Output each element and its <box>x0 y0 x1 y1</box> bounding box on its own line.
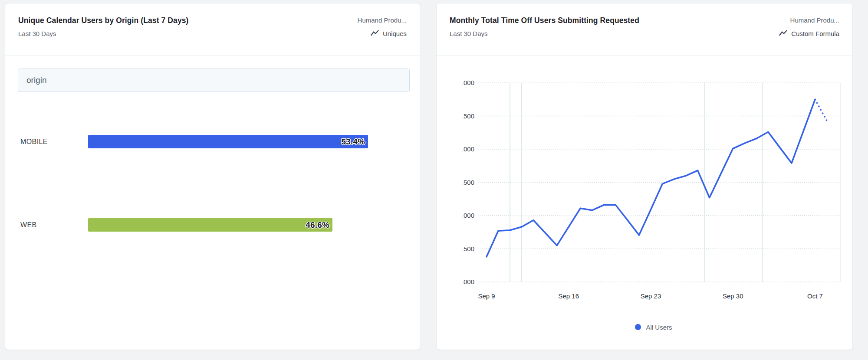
card-title[interactable]: Monthly Total Time Off Users Submitting … <box>450 15 639 26</box>
x-axis-tick-label: Sep 23 <box>641 292 661 300</box>
bar-value-label: 53.4% <box>341 137 368 147</box>
x-axis-tick-label: Sep 30 <box>723 292 743 300</box>
line-chart-card: Monthly Total Time Off Users Submitting … <box>436 3 853 350</box>
card-header-left: Monthly Total Time Off Users Submitting … <box>450 15 639 56</box>
y-axis-tick-label: 11,000 <box>463 212 474 219</box>
card-header-right: Humand Produ... Custom Formula <box>779 15 839 56</box>
y-axis-tick-label: 10,000 <box>463 278 474 285</box>
y-axis-tick-label: 12,000 <box>463 145 474 153</box>
x-axis-tick-label: Sep 16 <box>558 292 579 300</box>
x-axis-tick-label: Sep 9 <box>478 292 495 300</box>
y-axis-tick-label: 12,500 <box>463 112 474 120</box>
bar-category-label: MOBILE <box>20 135 48 148</box>
bar-mobile[interactable]: 53.4% <box>88 135 368 148</box>
y-axis-tick-label: 13,000 <box>463 79 474 86</box>
card-header-left: Unique Calendar Users by Origin (Last 7 … <box>18 15 189 56</box>
card-header: Unique Calendar Users by Origin (Last 7 … <box>5 3 420 56</box>
origin-filter-input[interactable] <box>18 69 410 92</box>
card-header-right: Humand Produ... Uniques <box>358 15 407 56</box>
line-chart[interactable]: 13,00012,50012,00011,50011,00010,50010,0… <box>463 64 845 311</box>
trend-line-icon <box>779 29 788 38</box>
card-subtitle: Last 30 Days <box>18 29 189 38</box>
y-axis-tick-label: 11,500 <box>463 179 474 186</box>
metric-label: Custom Formula <box>791 29 839 38</box>
series-line-all-users[interactable] <box>487 99 815 257</box>
card-source: Humand Produ... <box>358 15 407 26</box>
metric-badge: Custom Formula <box>779 29 839 38</box>
legend-label: All Users <box>646 324 672 331</box>
card-header: Monthly Total Time Off Users Submitting … <box>437 3 852 56</box>
bar-category-label: WEB <box>20 218 37 232</box>
series-line-projection-dotted <box>815 99 827 121</box>
card-title[interactable]: Unique Calendar Users by Origin (Last 7 … <box>18 15 189 26</box>
card-subtitle: Last 30 Days <box>450 29 639 38</box>
metric-badge: Uniques <box>371 29 407 38</box>
legend-item-all-users[interactable]: All Users <box>463 322 845 332</box>
card-source: Humand Produ... <box>790 15 839 26</box>
y-axis-tick-label: 10,500 <box>463 245 474 252</box>
bar-web[interactable]: 46.6% <box>88 218 332 232</box>
dashboard-background: { "left_card": { "title": "Unique Calend… <box>0 0 868 360</box>
legend-dot <box>635 324 641 330</box>
x-axis-tick-label: Oct 7 <box>807 292 823 300</box>
metric-label: Uniques <box>383 29 407 38</box>
bar-chart-card: Unique Calendar Users by Origin (Last 7 … <box>5 3 420 350</box>
trend-line-icon <box>371 29 379 38</box>
bar-value-label: 46.6% <box>306 220 332 230</box>
